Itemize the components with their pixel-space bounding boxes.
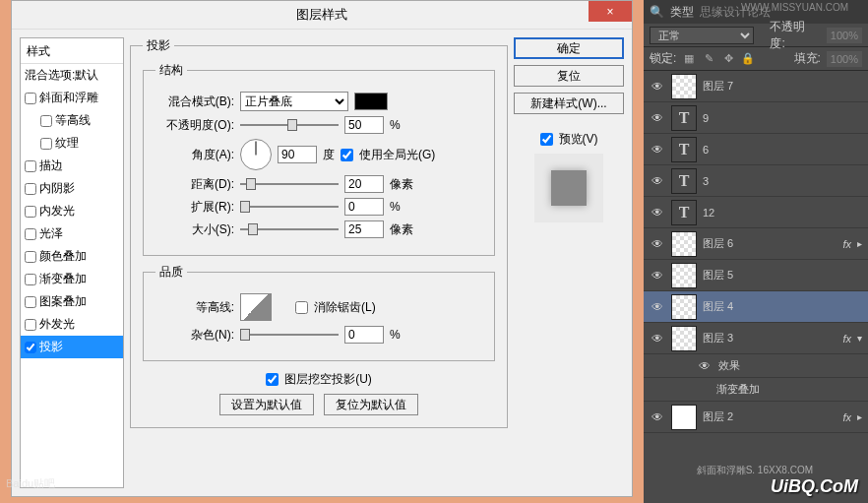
chevron-down-icon[interactable]: ▾ <box>857 333 862 344</box>
fx-badge[interactable]: fx <box>842 411 851 423</box>
layer-row[interactable]: 👁图层 5 <box>644 260 868 291</box>
style-contour[interactable]: 等高线 <box>21 109 123 132</box>
visibility-icon[interactable]: 👁 <box>650 299 665 315</box>
close-button[interactable]: × <box>589 1 632 22</box>
lock-brush-icon[interactable]: ✎ <box>702 52 715 66</box>
layer-style-dialog: 图层样式 × 样式 混合选项:默认 斜面和浮雕 等高线 纹理 描边 内阴影 内发… <box>11 0 633 497</box>
global-light-checkbox[interactable] <box>341 149 353 161</box>
style-drop-shadow[interactable]: 投影 <box>21 336 123 358</box>
opacity-slider[interactable] <box>240 116 339 134</box>
style-inner-glow[interactable]: 内发光 <box>21 200 123 222</box>
text-layer-icon[interactable]: T <box>671 168 697 194</box>
effects-row[interactable]: 👁效果 <box>644 354 868 378</box>
make-default-button[interactable]: 设置为默认值 <box>219 394 314 415</box>
blending-options[interactable]: 混合选项:默认 <box>21 64 123 87</box>
cancel-button[interactable]: 复位 <box>514 65 624 87</box>
noise-input[interactable] <box>344 326 384 344</box>
layer-thumb[interactable] <box>671 294 697 320</box>
angle-input[interactable] <box>278 146 317 163</box>
distance-slider[interactable] <box>240 175 339 193</box>
text-layer-icon[interactable]: T <box>671 105 697 131</box>
bevel-checkbox[interactable] <box>25 93 36 104</box>
inner-glow-checkbox[interactable] <box>25 206 36 218</box>
layer-row[interactable]: 👁图层 3fx▾ <box>644 323 868 354</box>
chevron-right-icon[interactable]: ▸ <box>857 411 862 422</box>
pattern-overlay-checkbox[interactable] <box>25 296 36 308</box>
titlebar[interactable]: 图层样式 × <box>12 1 632 30</box>
layer-row[interactable]: 👁T12 <box>644 197 868 228</box>
knockout-checkbox[interactable] <box>266 373 279 386</box>
inner-shadow-checkbox[interactable] <box>25 183 36 195</box>
visibility-icon[interactable]: 👁 <box>650 173 665 189</box>
layer-row[interactable]: 👁T6 <box>644 134 868 165</box>
style-inner-shadow[interactable]: 内阴影 <box>21 177 123 200</box>
visibility-icon[interactable]: 👁 <box>650 409 665 425</box>
fx-badge[interactable]: fx <box>842 238 851 250</box>
layer-row[interactable]: 👁图层 4 <box>644 291 868 323</box>
drop-shadow-checkbox[interactable] <box>25 342 36 353</box>
fill-value[interactable]: 100% <box>827 51 862 67</box>
opacity-value-panel[interactable]: 100% <box>827 28 862 43</box>
style-outer-glow[interactable]: 外发光 <box>21 313 123 336</box>
chevron-right-icon[interactable]: ▸ <box>857 238 862 249</box>
stroke-checkbox[interactable] <box>25 160 36 172</box>
style-satin[interactable]: 光泽 <box>21 222 123 245</box>
lock-transparent-icon[interactable]: ▦ <box>682 52 696 66</box>
opacity-input[interactable] <box>344 116 384 134</box>
layer-thumb[interactable] <box>671 405 697 430</box>
layer-row[interactable]: 👁T9 <box>644 102 868 134</box>
shadow-color-swatch[interactable] <box>354 93 388 110</box>
visibility-icon[interactable]: 👁 <box>650 142 665 157</box>
visibility-icon[interactable]: 👁 <box>650 110 665 126</box>
search-icon[interactable]: 🔍 <box>650 5 664 19</box>
style-pattern-overlay[interactable]: 图案叠加 <box>21 290 123 313</box>
contour-picker[interactable] <box>240 293 272 321</box>
preview-checkbox[interactable] <box>540 133 553 146</box>
text-layer-icon[interactable]: T <box>671 137 697 162</box>
visibility-icon[interactable]: 👁 <box>650 205 665 220</box>
ok-button[interactable]: 确定 <box>514 37 624 59</box>
new-style-button[interactable]: 新建样式(W)... <box>514 93 624 114</box>
color-overlay-checkbox[interactable] <box>25 251 36 263</box>
style-bevel[interactable]: 斜面和浮雕 <box>21 87 123 109</box>
outer-glow-checkbox[interactable] <box>25 319 36 331</box>
blend-mode-select[interactable]: 正片叠底 <box>240 92 348 111</box>
style-color-overlay[interactable]: 颜色叠加 <box>21 245 123 268</box>
contour-checkbox[interactable] <box>40 115 52 127</box>
style-gradient-overlay[interactable]: 渐变叠加 <box>21 268 123 290</box>
layer-thumb[interactable] <box>671 74 697 99</box>
lock-move-icon[interactable]: ✥ <box>721 52 735 66</box>
size-input[interactable] <box>344 220 384 238</box>
noise-slider[interactable] <box>240 326 339 344</box>
texture-checkbox[interactable] <box>40 138 52 150</box>
angle-dial[interactable] <box>240 139 272 170</box>
layer-row[interactable]: 👁T3 <box>644 165 868 197</box>
antialias-checkbox[interactable] <box>295 301 308 314</box>
distance-input[interactable] <box>344 175 384 193</box>
reset-default-button[interactable]: 复位为默认值 <box>324 394 418 415</box>
spread-slider[interactable] <box>240 198 339 216</box>
visibility-icon[interactable]: 👁 <box>650 331 665 346</box>
styles-header[interactable]: 样式 <box>21 40 123 64</box>
spread-input[interactable] <box>344 198 384 216</box>
style-stroke[interactable]: 描边 <box>21 155 123 177</box>
layer-thumb[interactable] <box>671 231 697 257</box>
effect-item[interactable]: 渐变叠加 <box>644 378 868 402</box>
style-texture[interactable]: 纹理 <box>21 132 123 155</box>
satin-checkbox[interactable] <box>25 228 36 240</box>
fx-badge[interactable]: fx <box>842 333 851 345</box>
visibility-icon[interactable]: 👁 <box>697 358 713 374</box>
size-slider[interactable] <box>240 220 339 238</box>
layer-row[interactable]: 👁图层 6fx▸ <box>644 228 868 260</box>
text-layer-icon[interactable]: T <box>671 200 697 225</box>
lock-all-icon[interactable]: 🔒 <box>741 52 755 66</box>
layer-thumb[interactable] <box>671 263 697 288</box>
gradient-overlay-checkbox[interactable] <box>25 274 36 285</box>
blend-mode-panel-select[interactable]: 正常 <box>650 27 754 44</box>
visibility-icon[interactable]: 👁 <box>650 79 665 94</box>
layer-row[interactable]: 👁图层 7 <box>644 71 868 102</box>
visibility-icon[interactable]: 👁 <box>650 268 665 283</box>
layer-row[interactable]: 👁图层 2fx▸ <box>644 402 868 433</box>
layer-thumb[interactable] <box>671 326 697 351</box>
visibility-icon[interactable]: 👁 <box>650 236 665 252</box>
